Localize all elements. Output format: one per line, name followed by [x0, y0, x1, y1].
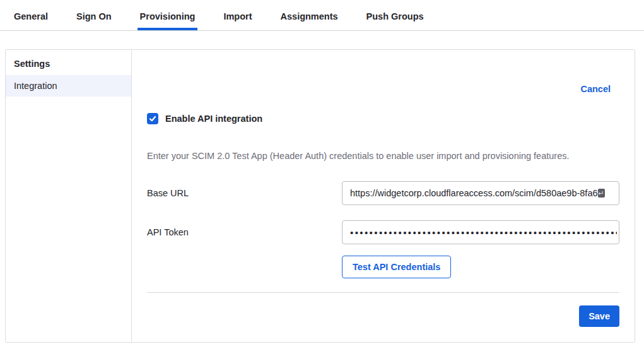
- tab-sign-on[interactable]: Sign On: [74, 11, 114, 30]
- tab-general[interactable]: General: [11, 11, 50, 30]
- enable-api-integration-checkbox[interactable]: [147, 113, 158, 124]
- form-header-row: Cancel: [132, 50, 635, 94]
- form-footer-row: Save: [132, 293, 635, 327]
- tab-push-groups[interactable]: Push Groups: [364, 11, 426, 30]
- sidebar-heading: Settings: [6, 54, 131, 75]
- test-api-credentials-button[interactable]: Test API Credentials: [342, 256, 451, 278]
- provisioning-panel: Settings Integration Cancel Enable API i…: [5, 49, 635, 343]
- sidebar-item-integration[interactable]: Integration: [6, 75, 131, 97]
- hidden-character-indicator: ↵: [598, 189, 605, 198]
- base-url-row: Base URL https://widgetcorp.cloudflareac…: [147, 181, 619, 205]
- cancel-link[interactable]: Cancel: [580, 84, 611, 94]
- tab-import[interactable]: Import: [221, 11, 254, 30]
- tab-provisioning[interactable]: Provisioning: [138, 11, 198, 30]
- tab-assignments[interactable]: Assignments: [278, 11, 341, 30]
- base-url-input[interactable]: https://widgetcorp.cloudflareaccess.com/…: [342, 181, 619, 205]
- api-token-label: API Token: [147, 227, 342, 237]
- credentials-description: Enter your SCIM 2.0 Test App (Header Aut…: [147, 151, 619, 161]
- base-url-value: https://widgetcorp.cloudflareaccess.com/…: [350, 188, 598, 198]
- api-token-row: API Token ••••••••••••••••••••••••••••••…: [147, 220, 619, 244]
- api-token-masked-value: ••••••••••••••••••••••••••••••••••••••••…: [350, 227, 617, 238]
- save-button[interactable]: Save: [579, 305, 619, 327]
- enable-api-integration-row: Enable API integration: [147, 113, 635, 124]
- settings-sidebar: Settings Integration: [6, 50, 132, 342]
- test-credentials-row: Test API Credentials: [342, 256, 619, 278]
- checkmark-icon: [149, 115, 156, 122]
- api-token-input[interactable]: ••••••••••••••••••••••••••••••••••••••••…: [342, 220, 619, 244]
- integration-form: Cancel Enable API integration Enter your…: [132, 50, 635, 342]
- enable-api-integration-label: Enable API integration: [165, 114, 262, 124]
- app-tab-bar: General Sign On Provisioning Import Assi…: [0, 0, 644, 31]
- base-url-label: Base URL: [147, 188, 342, 198]
